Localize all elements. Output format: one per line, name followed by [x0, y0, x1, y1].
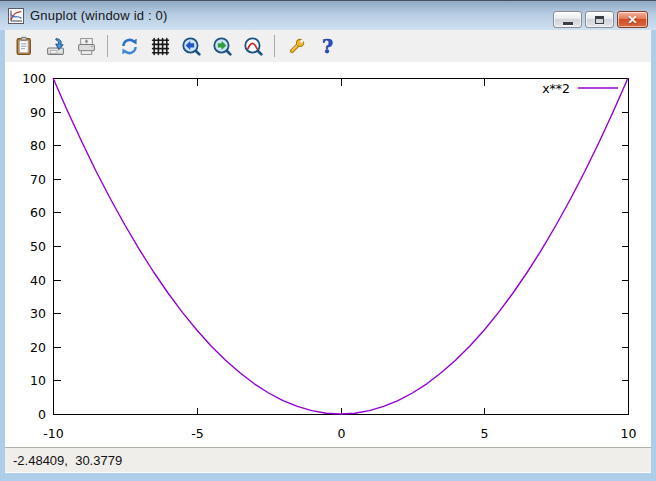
titlebar[interactable]: Gnuplot (window id : 0) ✕ — [0, 0, 656, 30]
export-icon — [45, 36, 66, 57]
copy-to-clipboard-button[interactable] — [11, 33, 37, 59]
gnuplot-window: Gnuplot (window id : 0) ✕ — [0, 0, 656, 481]
cursor-coordinates: -2.48409, 30.3779 — [13, 453, 122, 468]
toolbar-separator — [107, 35, 108, 57]
maximize-button[interactable] — [585, 11, 614, 28]
status-bar: -2.48409, 30.3779 — [5, 447, 651, 473]
replot-button[interactable] — [116, 33, 142, 59]
y-tick-label: 60 — [30, 205, 46, 220]
close-button[interactable]: ✕ — [617, 11, 648, 28]
toolbar: ? — [5, 30, 651, 62]
y-tick-label: 10 — [30, 373, 46, 388]
grid-icon — [150, 36, 171, 57]
x-tick-label: 10 — [621, 426, 637, 441]
maximize-icon — [595, 16, 604, 24]
y-tick-label: 100 — [22, 71, 46, 86]
export-to-file-button[interactable] — [42, 33, 68, 59]
help-button[interactable]: ? — [314, 33, 340, 59]
y-tick-label: 20 — [30, 340, 46, 355]
wrench-icon — [286, 36, 307, 57]
plot-canvas[interactable]: 0102030405060708090100-10-50510x**2 — [5, 62, 651, 447]
toolbar-separator — [274, 35, 275, 57]
svg-text:?: ? — [321, 36, 332, 57]
y-tick-label: 30 — [30, 306, 46, 321]
y-tick-label: 90 — [30, 105, 46, 120]
y-tick-label: 50 — [30, 239, 46, 254]
x-tick-label: -5 — [191, 426, 203, 441]
previous-zoom-button[interactable] — [178, 33, 204, 59]
print-button[interactable] — [73, 33, 99, 59]
help-icon: ? — [317, 36, 338, 57]
configure-button[interactable] — [283, 33, 309, 59]
gnuplot-app-icon — [8, 8, 24, 24]
x-tick-label: -10 — [43, 426, 63, 441]
y-tick-label: 40 — [30, 273, 46, 288]
autoscale-icon — [243, 36, 264, 57]
close-icon: ✕ — [627, 14, 637, 26]
x-tick-label: 0 — [338, 426, 346, 441]
printer-icon — [76, 36, 97, 57]
minimize-icon — [563, 22, 573, 25]
autoscale-button[interactable] — [240, 33, 266, 59]
plot-axes: 0102030405060708090100-10-50510 — [22, 71, 636, 441]
y-tick-label: 70 — [30, 172, 46, 187]
zoom-next-icon — [212, 36, 233, 57]
series-curve — [53, 78, 628, 414]
next-zoom-button[interactable] — [209, 33, 235, 59]
legend-label: x**2 — [542, 81, 570, 96]
clipboard-icon — [14, 36, 35, 57]
plot-area[interactable]: 0102030405060708090100-10-50510x**2 — [5, 62, 651, 447]
window-title: Gnuplot (window id : 0) — [30, 8, 168, 23]
zoom-previous-icon — [181, 36, 202, 57]
x-tick-label: 5 — [481, 426, 489, 441]
y-tick-label: 0 — [38, 407, 46, 422]
y-tick-label: 80 — [30, 138, 46, 153]
window-controls: ✕ — [553, 1, 656, 30]
refresh-icon — [119, 36, 140, 57]
minimize-button[interactable] — [553, 11, 582, 28]
toggle-grid-button[interactable] — [147, 33, 173, 59]
